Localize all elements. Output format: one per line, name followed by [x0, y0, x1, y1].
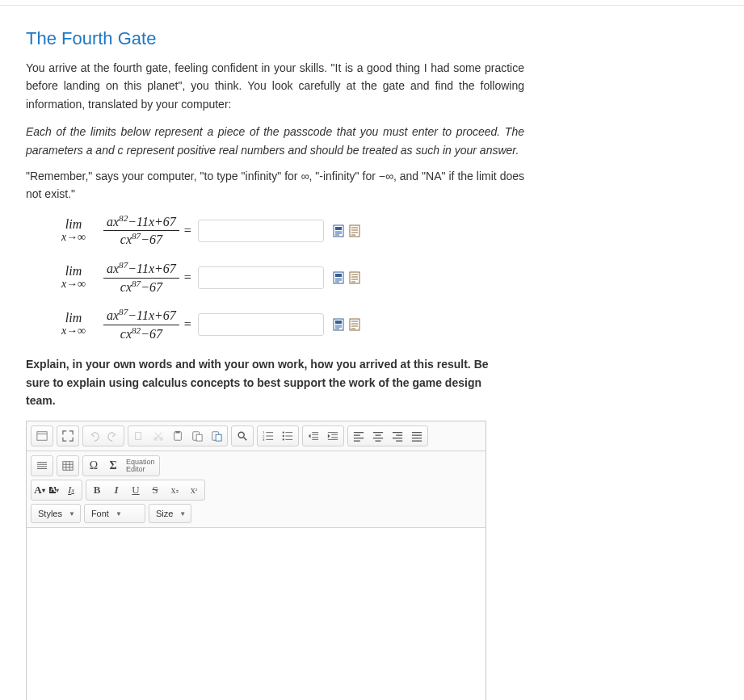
- limit-row-2: limx→∞ax87−11x+67cx87−67=: [50, 262, 718, 294]
- remember-paragraph: "Remember," says your computer, "to type…: [26, 167, 718, 203]
- bg-color-button[interactable]: A▾: [47, 481, 61, 499]
- underline-button[interactable]: U: [126, 481, 145, 499]
- svg-rect-1: [335, 227, 342, 230]
- table-button[interactable]: [58, 457, 78, 475]
- svg-rect-36: [175, 431, 179, 434]
- sigma-button[interactable]: Σ: [103, 457, 123, 475]
- lim-symbol: limx→∞: [50, 218, 97, 243]
- source-button[interactable]: [32, 427, 52, 445]
- italic-button[interactable]: I: [107, 481, 126, 499]
- undo-button[interactable]: [84, 427, 103, 445]
- limit-expression: ax82−11x+67cx87−67: [103, 215, 179, 247]
- svg-point-50: [283, 435, 284, 437]
- numbered-list-button[interactable]: 123: [259, 427, 278, 445]
- help-icon[interactable]: [348, 270, 361, 285]
- bullet-list-button[interactable]: [278, 427, 297, 445]
- svg-text:3: 3: [263, 438, 265, 442]
- lim-symbol: limx→∞: [50, 265, 97, 290]
- cut-button[interactable]: [149, 427, 168, 445]
- help-icon[interactable]: [348, 317, 361, 332]
- text-color-button[interactable]: A▾: [32, 481, 47, 499]
- svg-rect-40: [216, 435, 221, 442]
- lim-symbol: limx→∞: [50, 312, 97, 337]
- svg-rect-21: [335, 321, 342, 324]
- answer-input-1[interactable]: [198, 220, 324, 242]
- indent-button[interactable]: [323, 427, 343, 445]
- styles-select[interactable]: Styles▼: [31, 504, 81, 523]
- equals-sign: =: [184, 317, 191, 332]
- paste-word-button[interactable]: [207, 427, 226, 445]
- preview-icon[interactable]: [332, 270, 345, 285]
- limit-expression: ax87−11x+67cx87−67: [103, 262, 179, 294]
- preview-icon[interactable]: [332, 224, 345, 238]
- align-justify-button[interactable]: [407, 427, 427, 445]
- editor-content-area[interactable]: [27, 528, 485, 700]
- redo-button[interactable]: [103, 427, 123, 445]
- svg-line-42: [244, 438, 247, 441]
- preview-icon[interactable]: [332, 317, 345, 332]
- limit-row-3: limx→∞ax87−11x+67cx82−67=: [50, 308, 718, 341]
- answer-input-2[interactable]: [198, 266, 324, 289]
- rich-text-editor: 123 Ω: [26, 421, 486, 700]
- toolbar-row-1: 123: [27, 421, 485, 451]
- svg-rect-11: [335, 274, 342, 277]
- copy-button[interactable]: [129, 427, 149, 445]
- equals-sign: =: [184, 224, 191, 238]
- find-button[interactable]: [233, 427, 252, 445]
- svg-point-41: [238, 433, 244, 438]
- strike-button[interactable]: S: [145, 481, 165, 499]
- equals-sign: =: [184, 270, 191, 285]
- svg-rect-32: [136, 433, 141, 440]
- intro-paragraph: You arrive at the fourth gate, feeling c…: [26, 59, 718, 113]
- superscript-button[interactable]: x²: [184, 481, 204, 499]
- page-title: The Fourth Gate: [26, 28, 718, 49]
- svg-rect-83: [63, 462, 73, 471]
- svg-rect-38: [196, 435, 202, 442]
- line-height-button[interactable]: [32, 457, 52, 475]
- instruction-paragraph: Each of the limits below represent a pie…: [26, 123, 718, 159]
- align-right-button[interactable]: [388, 427, 407, 445]
- toolbar-row-2: Ω Σ Equation Editor A▾ A▾ Ix B I U S x₂: [27, 451, 485, 528]
- answer-input-3[interactable]: [198, 313, 324, 336]
- align-center-button[interactable]: [368, 427, 388, 445]
- font-select[interactable]: Font▼: [84, 504, 145, 523]
- size-select[interactable]: Size▼: [149, 504, 191, 523]
- maximize-button[interactable]: [58, 427, 78, 445]
- subscript-button[interactable]: x₂: [165, 481, 184, 499]
- help-icon[interactable]: [348, 224, 361, 238]
- bold-button[interactable]: B: [87, 481, 107, 499]
- svg-point-49: [283, 432, 284, 434]
- question-container: The Fourth Gate You arrive at the fourth…: [0, 5, 744, 700]
- equation-editor-button[interactable]: Equation Editor: [123, 459, 158, 473]
- remove-format-button[interactable]: Ix: [61, 481, 81, 499]
- paste-button[interactable]: [168, 427, 187, 445]
- svg-rect-30: [37, 432, 47, 441]
- omega-button[interactable]: Ω: [84, 457, 103, 475]
- explain-prompt: Explain, in your own words and with your…: [26, 355, 718, 409]
- limit-expression: ax87−11x+67cx82−67: [103, 308, 179, 341]
- align-left-button[interactable]: [349, 427, 368, 445]
- limit-row-1: limx→∞ax82−11x+67cx87−67=: [50, 215, 718, 247]
- paste-text-button[interactable]: [187, 427, 207, 445]
- outdent-button[interactable]: [304, 427, 323, 445]
- svg-point-51: [283, 439, 284, 441]
